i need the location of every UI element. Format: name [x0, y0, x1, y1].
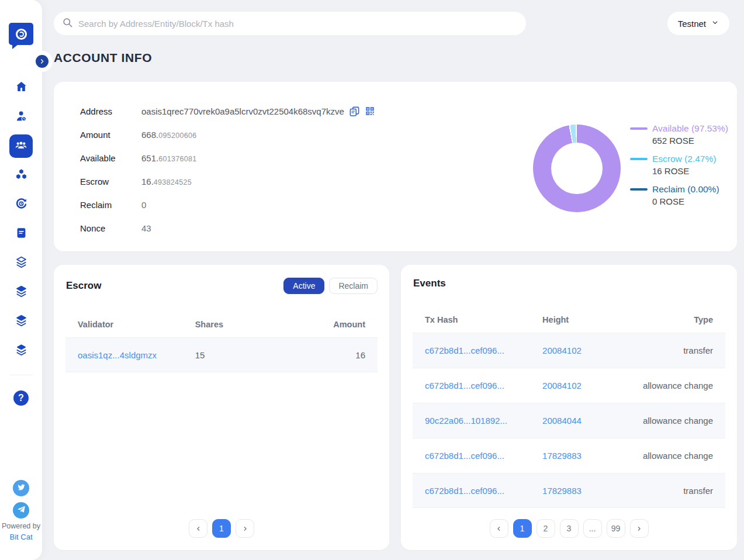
sidebar-item-validators[interactable] [9, 105, 33, 129]
page-button-1[interactable]: 1 [212, 519, 231, 538]
available-value: 651.601376081 [141, 153, 196, 163]
height-link[interactable]: 17829883 [542, 486, 582, 496]
events-table-row: c672b8d1...cef096... 17829883 transfer [413, 473, 725, 508]
height-link[interactable]: 20084044 [542, 416, 582, 426]
network-selector[interactable]: Testnet [667, 12, 729, 35]
sidebar-divider [9, 375, 33, 375]
question-mark-icon: ? [13, 390, 29, 406]
legend-item-available: Available (97.53%) 652 ROSE [630, 123, 728, 147]
copy-icon[interactable] [349, 106, 360, 117]
legend-dash-reclaim [630, 188, 648, 191]
document-icon [15, 226, 28, 242]
escrow-table: Validator Shares Amount oasis1qz...4sldg… [65, 312, 378, 372]
layers-filled-icon [15, 343, 28, 359]
escrow-card: Escrow Active Reclaim Validator Shares A… [54, 265, 389, 550]
tx-hash-link[interactable]: c672b8d1...cef096... [425, 381, 504, 390]
sidebar-item-paratime-1[interactable] [9, 251, 33, 275]
legend-item-reclaim: Reclaim (0.00%) 0 ROSE [630, 184, 728, 208]
shares-value: 15 [195, 350, 290, 360]
header-height: Height [542, 315, 637, 324]
tab-reclaim[interactable]: Reclaim [329, 278, 378, 294]
sidebar-item-accounts[interactable] [9, 134, 33, 158]
height-link[interactable]: 20084102 [542, 381, 582, 390]
height-link[interactable]: 20084102 [542, 345, 582, 355]
legend-item-escrow: Escrow (2.47%) 16 ROSE [630, 153, 728, 177]
address-label: Address [80, 106, 141, 116]
events-table-row: c672b8d1...cef096... 17829883 allowance … [413, 438, 725, 473]
chart-legend: Available (97.53%) 652 ROSE Escrow (2.47… [630, 123, 728, 208]
sidebar-item-home[interactable] [9, 76, 33, 99]
available-label: Available [80, 153, 141, 163]
prev-page-button[interactable] [189, 519, 207, 538]
tab-active[interactable]: Active [283, 278, 324, 294]
sidebar-item-proposals[interactable] [9, 222, 33, 246]
sidebar-item-paratime-4[interactable] [9, 339, 33, 362]
event-type: transfer [637, 345, 713, 355]
header-tx-hash: Tx Hash [425, 315, 542, 324]
sidebar-expand-button[interactable] [32, 51, 53, 72]
logo-spiral-icon [16, 29, 27, 40]
header-amount: Amount [290, 320, 365, 329]
escrow-card-title: Escrow [66, 280, 101, 292]
event-type: allowance change [637, 451, 713, 461]
legend-value-available: 652 ROSE [652, 134, 728, 147]
tx-hash-link[interactable]: c672b8d1...cef096... [425, 451, 504, 461]
events-table-row: c672b8d1...cef096... 20084102 transfer [413, 333, 725, 368]
sidebar-item-paratime-2[interactable] [9, 281, 33, 304]
reclaim-label: Reclaim [80, 200, 141, 210]
height-link[interactable]: 17829883 [542, 451, 582, 461]
legend-label-escrow: Escrow (2.47%) [652, 154, 716, 164]
next-page-button[interactable] [236, 519, 254, 538]
legend-value-reclaim: 0 ROSE [652, 195, 728, 208]
reclaim-value: 0 [141, 200, 146, 210]
twitter-link[interactable] [13, 480, 29, 496]
header-validator: Validator [78, 320, 195, 329]
events-table-row: c672b8d1...cef096... 20084102 allowance … [413, 368, 725, 403]
sidebar-item-transactions[interactable] [9, 193, 33, 216]
nonce-value: 43 [141, 223, 151, 233]
prev-page-button[interactable] [490, 519, 508, 538]
legend-value-escrow: 16 ROSE [652, 165, 728, 177]
sidebar-item-paratime-3[interactable] [9, 310, 33, 333]
legend-dash-available [630, 127, 648, 130]
layers-filled-icon [15, 314, 28, 330]
page-title: ACCOUNT INFO [54, 51, 737, 65]
telegram-link[interactable] [13, 502, 29, 518]
page-button-2[interactable]: 2 [537, 519, 555, 538]
tx-hash-link[interactable]: c672b8d1...cef096... [425, 486, 504, 496]
legend-label-reclaim: Reclaim (0.00%) [652, 184, 719, 195]
escrow-table-row: oasis1qz...4sldgmzx 15 16 [65, 337, 378, 372]
sidebar-item-blocks[interactable] [9, 164, 33, 187]
address-value: oasis1qrec770vrek0a9a5lcrv0zvt22504k68sv… [141, 106, 344, 116]
tx-hash-link[interactable]: 90c22a06...101892... [425, 416, 507, 426]
page-button-99[interactable]: 99 [607, 519, 625, 538]
search-input[interactable] [78, 19, 518, 29]
donut-chart [533, 125, 621, 212]
people-group-icon [14, 138, 28, 154]
escrow-pagination: 1 [54, 519, 389, 538]
page-button-ellipsis[interactable]: ... [583, 519, 602, 538]
bitcat-link[interactable]: Bit Cat [0, 533, 42, 541]
chevron-down-icon [711, 18, 719, 29]
next-page-button[interactable] [630, 519, 649, 538]
escrow-label: Escrow [80, 177, 141, 186]
sidebar-nav [9, 76, 33, 362]
events-card: Events Tx Hash Height Type c672b8d1...ce… [401, 265, 737, 550]
header-type: Type [637, 315, 713, 324]
address-row: Address oasis1qrec770vrek0a9a5lcrv0zvt22… [80, 99, 737, 123]
cubes-icon [15, 168, 28, 184]
tx-hash-link[interactable]: c672b8d1...cef096... [425, 345, 504, 355]
sidebar: ? Powered by Bit Cat [0, 0, 42, 560]
validator-person-icon [15, 109, 28, 125]
sidebar-item-help[interactable]: ? [9, 386, 33, 410]
cycle-clock-icon [15, 197, 28, 213]
page-button-1[interactable]: 1 [513, 519, 532, 538]
oasisscan-logo[interactable] [9, 23, 33, 45]
qr-code-icon[interactable] [365, 106, 375, 116]
validator-link[interactable]: oasis1qz...4sldgmzx [78, 350, 157, 360]
telegram-icon [17, 505, 26, 516]
escrow-tabs: Active Reclaim [283, 278, 378, 294]
amount-value: 668.095200606 [141, 130, 196, 140]
amount-label: Amount [80, 130, 141, 140]
page-button-3[interactable]: 3 [560, 519, 579, 538]
